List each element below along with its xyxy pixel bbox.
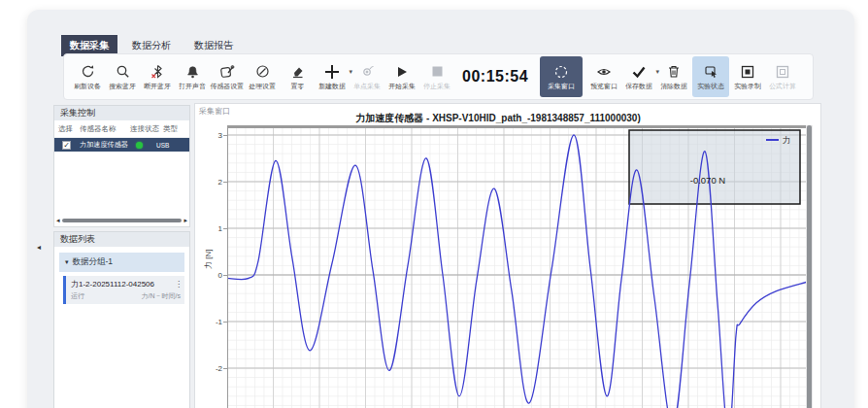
capture-window-panel: 采集窗口 力加速度传感器 - XHSP-V10HID_path_-1981348… (194, 103, 821, 408)
col-status: 连接状态 (130, 124, 163, 134)
disconnect-bluetooth-button[interactable]: 断开蓝牙 (141, 56, 174, 97)
play-icon (395, 63, 409, 81)
scroll-right-icon[interactable]: ▸ (184, 217, 187, 223)
waveform-plot[interactable]: -0.070 N力 (227, 125, 807, 408)
chevron-down-icon[interactable]: ▾ (65, 258, 69, 266)
clear-data-button[interactable]: 清除数据 (657, 56, 690, 97)
dashed-circle-icon (553, 63, 569, 81)
bell-icon (185, 63, 200, 81)
eraser-icon (290, 63, 305, 81)
formula-calc-button: 公式计算 (766, 56, 799, 97)
selection-value-annotation: -0.070 N (690, 175, 726, 186)
sensor-type: USB (156, 142, 169, 149)
sensor-row[interactable]: ✓ 力加速度传感器 USB (54, 138, 189, 152)
search-icon (116, 63, 130, 81)
single-point-capture-button: 单点采集 (351, 56, 384, 97)
check-icon (631, 63, 647, 81)
y-tick-label: 1 (211, 224, 222, 233)
single-point-icon (360, 63, 375, 81)
col-sensor-name: 传感器名称 (80, 124, 130, 134)
gauge-icon (255, 63, 270, 81)
data-item-title: 力1-2-20251112-042506 (71, 279, 181, 289)
y-tick-label: 0 (211, 271, 222, 280)
process-settings-button[interactable]: 处理设置 (246, 56, 279, 97)
toolbar-label: 预览窗口 (590, 82, 618, 90)
toolbar-label: 新建数据 (318, 82, 346, 90)
toolbar-label: 采集窗口 (548, 82, 575, 90)
sensor-table-header: 选择 传感器名称 连接状态 类型 (54, 120, 189, 138)
experiment-record-button[interactable]: 实验录制 (731, 56, 764, 97)
sidebar-collapse-toggle[interactable]: ◂ (37, 243, 41, 252)
data-list-panel: 数据列表 ▾ 数据分组-1 力1-2-20251112-042506 运行 力/… (53, 231, 190, 408)
toolbar-label: 处理设置 (249, 82, 276, 90)
search-bluetooth-button[interactable]: 搜索蓝牙 (106, 56, 139, 97)
y-axis-label: 力 [N] (203, 250, 214, 269)
scroll-left-icon[interactable]: ◂ (56, 217, 60, 223)
sensor-checkbox[interactable]: ✓ (62, 141, 71, 150)
vertical-scrollbar[interactable] (806, 125, 813, 408)
record-square-icon (741, 63, 754, 81)
toolbar-label: 清除数据 (660, 82, 687, 90)
toolbar-label: 置零 (290, 82, 304, 90)
toolbar-label: 刷新设备 (74, 82, 101, 90)
toolbar-label: 传感器设置 (211, 82, 245, 90)
toolbar-label: 保存数据 (625, 82, 652, 90)
y-tick-label: 2 (211, 178, 222, 187)
refresh-device-button[interactable]: 刷新设备 (71, 56, 104, 97)
new-data-button[interactable]: 新建数据 ▾ (316, 56, 349, 97)
horizontal-scrollbar[interactable]: ◂ ▸ (56, 217, 187, 223)
plus-icon (323, 63, 341, 81)
scrollbar-thumb[interactable] (807, 125, 812, 408)
preview-window-button[interactable]: 预览窗口 (587, 56, 620, 97)
formula-square-icon (776, 63, 789, 81)
toolbar-label: 搜索蓝牙 (109, 82, 136, 90)
toolbar-label: 单点采集 (353, 82, 381, 90)
data-list-header: 数据列表 (54, 232, 189, 247)
refresh-icon (81, 63, 95, 81)
data-group-row[interactable]: ▾ 数据分组-1 (59, 253, 184, 272)
sound-on-button[interactable]: 打开声音 (176, 56, 209, 97)
elapsed-timer: 00:15:54 (462, 68, 528, 85)
stop-capture-button: 停止采集 (420, 56, 453, 97)
toolbar: 刷新设备 搜索蓝牙 断开蓝牙 打开声音 传感器设置 (63, 53, 814, 100)
start-capture-button[interactable]: 开始采集 (385, 56, 418, 97)
col-type: 类型 (163, 124, 178, 134)
toolbar-label: 断开蓝牙 (144, 82, 171, 90)
y-tick-label: -2 (211, 364, 222, 373)
stop-icon (431, 63, 444, 81)
y-tick-label: -1 (211, 318, 222, 326)
data-item-axis: 力/N－时间/s (142, 291, 181, 301)
toolbar-label: 开始采集 (388, 82, 416, 90)
toolbar-label: 实验状态 (697, 82, 724, 90)
capture-window-button[interactable]: 采集窗口 (540, 56, 583, 97)
sensor-name: 力加速度传感器 (80, 140, 133, 150)
data-group-label: 数据分组-1 (73, 256, 114, 268)
toolbar-label: 公式计算 (769, 82, 796, 90)
kebab-menu-icon[interactable]: ⋮ (175, 280, 183, 289)
toolbar-label: 实验录制 (734, 82, 761, 90)
legend-label: 力 (783, 135, 791, 145)
eye-icon (596, 63, 612, 81)
data-item-status: 运行 (71, 291, 84, 301)
trash-icon (667, 63, 681, 81)
experiment-status-button[interactable]: 实验状态 (692, 56, 729, 97)
save-data-button[interactable]: 保存数据 ▾ (622, 56, 655, 97)
sensor-settings-icon (219, 63, 235, 81)
data-list-item[interactable]: 力1-2-20251112-042506 运行 力/N－时间/s ⋮ (63, 276, 184, 304)
collect-control-panel: 采集控制 选择 传感器名称 连接状态 类型 ✓ 力加速度传感器 USB ◂ ▸ (53, 105, 190, 227)
collect-control-header: 采集控制 (54, 106, 189, 120)
sensor-settings-button[interactable]: 传感器设置 (211, 56, 244, 97)
chart-title: 力加速度传感器 - XHSP-V10HID_path_-1981348857_1… (195, 112, 801, 125)
y-tick-label: 3 (211, 131, 222, 140)
col-select: 选择 (54, 124, 80, 134)
flag-pointer-icon (704, 63, 718, 81)
zero-button[interactable]: 置零 (281, 56, 314, 97)
status-dot (136, 142, 143, 149)
scrollbar-thumb[interactable] (62, 219, 183, 222)
toolbar-label: 打开声音 (179, 82, 206, 90)
toolbar-label: 停止采集 (423, 82, 451, 90)
bluetooth-disconnect-icon (150, 63, 165, 81)
app-window: 数据采集 数据分析 数据报告 刷新设备 搜索蓝牙 断开蓝牙 打 (27, 10, 854, 408)
